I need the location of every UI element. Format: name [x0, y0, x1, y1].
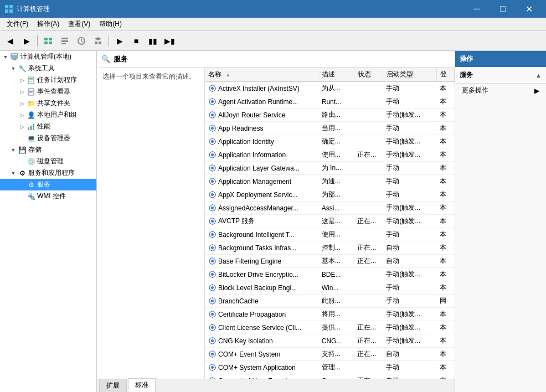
service-login: 本 [436, 215, 454, 228]
tree-item-local-users[interactable]: ▷ 👤 本地用户和组 [0, 109, 96, 121]
service-login: 本 [436, 334, 454, 348]
service-login: 本 [436, 228, 454, 241]
services-table[interactable]: 名称 ▲ 描述 状态 启动类型 登 [205, 68, 455, 379]
table-row[interactable]: COM+ System Application 管理... 手动 本 [205, 361, 455, 374]
table-row[interactable]: BranchCache 此服... 手动 网 [205, 295, 455, 308]
service-login: 本 [436, 268, 454, 281]
tree-item-system-tools[interactable]: ▼ 🔧 系统工具 [0, 63, 96, 74]
col-name[interactable]: 名称 ▲ [205, 68, 318, 82]
tab-standard[interactable]: 标准 [128, 378, 156, 392]
maximize-button[interactable]: □ [490, 0, 516, 18]
expand-icon: ▼ [9, 169, 18, 178]
service-name: CNG Key Isolation [218, 337, 273, 345]
menu-help[interactable]: 帮助(H) [95, 18, 126, 30]
toolbar-separator-2 [109, 35, 109, 47]
service-desc: 为 In... [318, 162, 354, 175]
svg-rect-29 [30, 126, 32, 130]
disk-icon: 💿 [27, 157, 35, 166]
table-row[interactable]: Application Management 为通... 手动 本 [205, 175, 455, 188]
table-row[interactable]: AVCTP 服务 这是... 正在... 手动(触发... 本 [205, 215, 455, 228]
col-login[interactable]: 登 [436, 68, 454, 82]
service-status [354, 281, 383, 295]
users-icon: 👤 [27, 111, 35, 120]
tree-label-device-manager: 设备管理器 [35, 133, 70, 143]
toolbar-btn-1[interactable] [40, 33, 56, 49]
service-startup: 手动 [383, 295, 436, 308]
table-row[interactable]: BitLocker Drive Encryptio... BDE... 手动(触… [205, 268, 455, 281]
service-gear-icon [208, 244, 216, 252]
tree-item-device-manager[interactable]: 💻 设备管理器 [0, 132, 96, 144]
expand-icon [18, 192, 27, 201]
table-row[interactable]: AppX Deployment Servic... 为部... 手动 本 [205, 188, 455, 202]
tree-item-event-viewer[interactable]: ▷ 事件查看器 [0, 86, 96, 97]
tree-item-shared-folders[interactable]: ▷ 📁 共享文件夹 [0, 97, 96, 109]
menu-file[interactable]: 文件(F) [2, 18, 33, 30]
col-startup[interactable]: 启动类型 [383, 68, 436, 82]
skip-button[interactable]: ▶▮ [162, 33, 177, 49]
toolbar-btn-4[interactable] [90, 33, 106, 49]
col-status[interactable]: 状态 [354, 68, 383, 82]
svg-rect-26 [29, 91, 33, 91]
svg-point-110 [211, 260, 214, 262]
tree-root[interactable]: ▼ 计算机管理(本地) [0, 51, 96, 63]
tree-item-services-apps[interactable]: ▼ ⚙ 服务和应用程序 [0, 167, 96, 179]
table-row[interactable]: Background Intelligent T... 使用... 手动 本 [205, 228, 455, 241]
svg-point-86 [211, 207, 214, 209]
tab-expand[interactable]: 扩展 [99, 379, 127, 392]
col-desc[interactable]: 描述 [318, 68, 354, 82]
table-row[interactable]: Certificate Propagation 将用... 手动(触发... 本 [205, 308, 455, 321]
service-gear-icon [208, 178, 216, 185]
table-row[interactable]: Application Layer Gatewa... 为 In... 手动 本 [205, 162, 455, 175]
service-login: 本 [436, 281, 454, 295]
tree-item-performance[interactable]: ▷ 性能 [0, 121, 96, 132]
table-row[interactable]: App Readiness 当用... 手动 本 [205, 122, 455, 135]
table-row[interactable]: ActiveX Installer (AxInstSV) 为从... 手动 本 [205, 82, 455, 95]
action-more[interactable]: 更多操作 ▶ [455, 84, 546, 97]
table-row[interactable]: Block Level Backup Engi... Win... 手动 本 [205, 281, 455, 295]
service-status [354, 95, 383, 109]
table-row[interactable]: Agent Activation Runtime... Runt... 手动 本 [205, 95, 455, 109]
table-row[interactable]: Connected User Experien... Con... 正在... … [205, 374, 455, 379]
tree-item-task-scheduler[interactable]: ▷ 任务计划程序 [0, 74, 96, 86]
service-gear-icon [208, 337, 216, 345]
table-row[interactable]: CNG Key Isolation CNG... 正在... 手动(触发... … [205, 334, 455, 348]
svg-rect-25 [29, 90, 33, 90]
right-panel: 操作 服务 ▲ 更多操作 ▶ [455, 51, 546, 392]
toolbar-btn-2[interactable] [57, 33, 73, 49]
service-desc: 当用... [318, 122, 354, 135]
service-gear-icon [208, 364, 216, 372]
table-row[interactable]: Client License Service (Cli... 提供... 正在.… [205, 321, 455, 334]
pause-button[interactable]: ▮▮ [145, 33, 161, 49]
menu-view[interactable]: 查看(V) [64, 18, 95, 30]
table-row[interactable]: AssignedAccessManager... Assi... 手动(触发..… [205, 202, 455, 215]
service-status [354, 228, 383, 241]
stop-button[interactable]: ■ [128, 33, 144, 49]
svg-rect-1 [9, 5, 13, 8]
back-button[interactable]: ◀ [2, 33, 18, 49]
table-row[interactable]: Application Information 使用... 正在... 手动(触… [205, 148, 455, 162]
svg-rect-6 [44, 42, 48, 44]
service-startup: 自动 [383, 374, 436, 379]
service-startup: 手动 [383, 95, 436, 109]
tree-item-services[interactable]: ⚙ 服务 [0, 179, 96, 190]
service-gear-icon [208, 151, 216, 159]
menu-action[interactable]: 操作(A) [33, 18, 64, 30]
tree-item-storage[interactable]: ▼ 💾 存储 [0, 144, 96, 156]
close-button[interactable]: ✕ [516, 0, 542, 18]
forward-button[interactable]: ▶ [19, 33, 34, 49]
svg-rect-17 [11, 55, 18, 58]
tree-item-disk-management[interactable]: 💿 磁盘管理 [0, 156, 96, 167]
minimize-button[interactable]: ─ [464, 0, 490, 18]
play-button[interactable]: ▶ [112, 33, 127, 49]
toolbar-btn-3[interactable] [74, 33, 89, 49]
table-row[interactable]: Application Identity 确定... 手动(触发... 本 [205, 135, 455, 148]
service-startup: 手动 [383, 122, 436, 135]
table-row[interactable]: Background Tasks Infras... 控制... 正在... 自… [205, 241, 455, 255]
tree-item-wmi[interactable]: 🔩 WMI 控件 [0, 190, 96, 202]
svg-rect-19 [12, 59, 17, 60]
service-name: AppX Deployment Servic... [218, 191, 297, 199]
table-row[interactable]: Base Filtering Engine 基本... 正在... 自动 本 [205, 255, 455, 268]
table-row[interactable]: COM+ Event System 支持... 正在... 自动 本 [205, 348, 455, 361]
table-row[interactable]: AllJoyn Router Service 路由... 手动(触发... 本 [205, 109, 455, 122]
service-startup: 自动 [383, 348, 436, 361]
